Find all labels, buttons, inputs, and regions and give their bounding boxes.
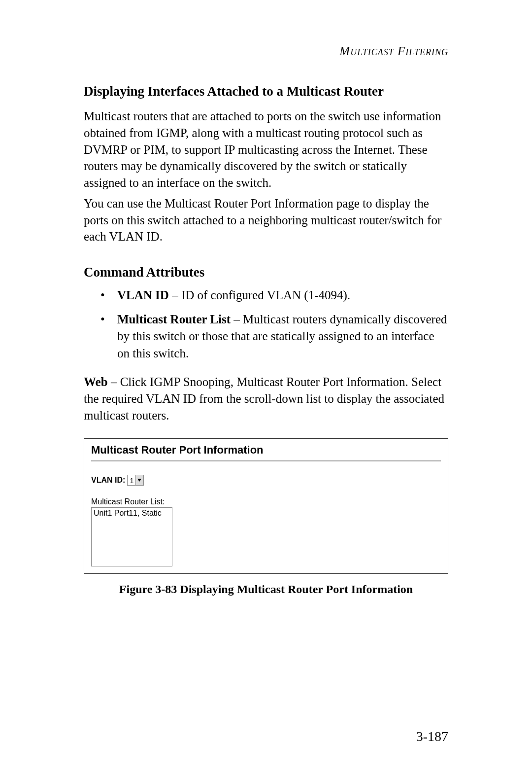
svg-marker-0 [137,479,141,482]
figure-panel-title: Multicast Router Port Information [91,444,441,460]
web-desc: – Click IGMP Snooping, Multicast Router … [84,375,444,422]
web-paragraph: Web – Click IGMP Snooping, Multicast Rou… [84,374,448,423]
attr-label-vlan: VLAN ID [117,288,169,302]
router-list-label: Multicast Router List: [91,497,441,506]
page-number: 3-187 [416,729,448,744]
router-list-item[interactable]: Unit1 Port11, Static [94,509,170,518]
figure-panel: Multicast Router Port Information VLAN I… [84,438,448,574]
chevron-down-icon [135,475,143,485]
router-list-box[interactable]: Unit1 Port11, Static [91,507,172,566]
vlan-id-value: 1 [128,476,135,485]
vlan-id-label: VLAN ID: [91,476,125,485]
running-header: Multicast Filtering [84,44,448,58]
attributes-title: Command Attributes [84,265,448,280]
vlan-id-select[interactable]: 1 [127,475,143,486]
list-item: Multicast Router List – Multicast router… [100,311,448,362]
figure-caption: Figure 3-83 Displaying Multicast Router … [84,583,448,596]
attributes-list: VLAN ID – ID of configured VLAN (1-4094)… [84,287,448,362]
vlan-id-row: VLAN ID: 1 [91,475,441,486]
divider [91,460,441,462]
intro-paragraph-2: You can use the Multicast Router Port In… [84,195,448,245]
attr-desc-vlan: – ID of configured VLAN (1-4094). [169,288,350,302]
intro-paragraph-1: Multicast routers that are attached to p… [84,108,448,191]
section-title: Displaying Interfaces Attached to a Mult… [84,84,448,99]
web-label: Web [84,375,108,388]
list-item: VLAN ID – ID of configured VLAN (1-4094)… [100,287,448,304]
attr-label-mrlist: Multicast Router List [117,313,231,326]
